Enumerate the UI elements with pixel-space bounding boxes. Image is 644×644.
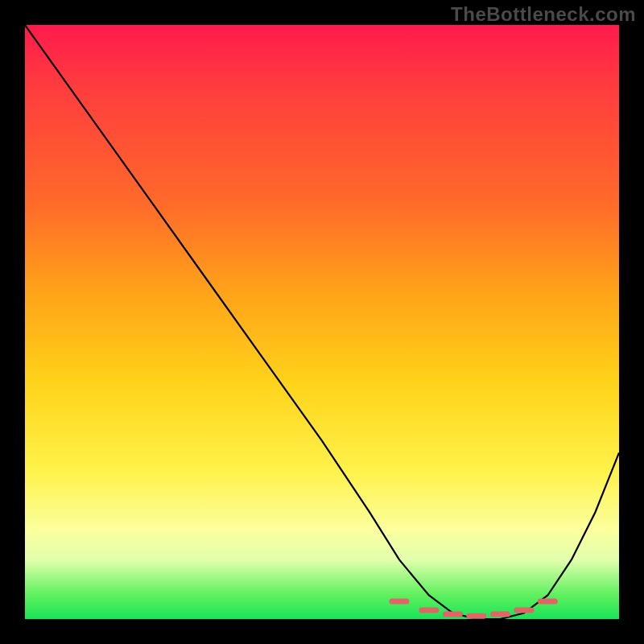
chart-frame: TheBottleneck.com: [0, 0, 644, 644]
chart-svg: [25, 25, 619, 619]
curve-markers: [392, 601, 555, 616]
bottleneck-curve: [25, 25, 619, 619]
watermark-text: TheBottleneck.com: [451, 3, 636, 26]
